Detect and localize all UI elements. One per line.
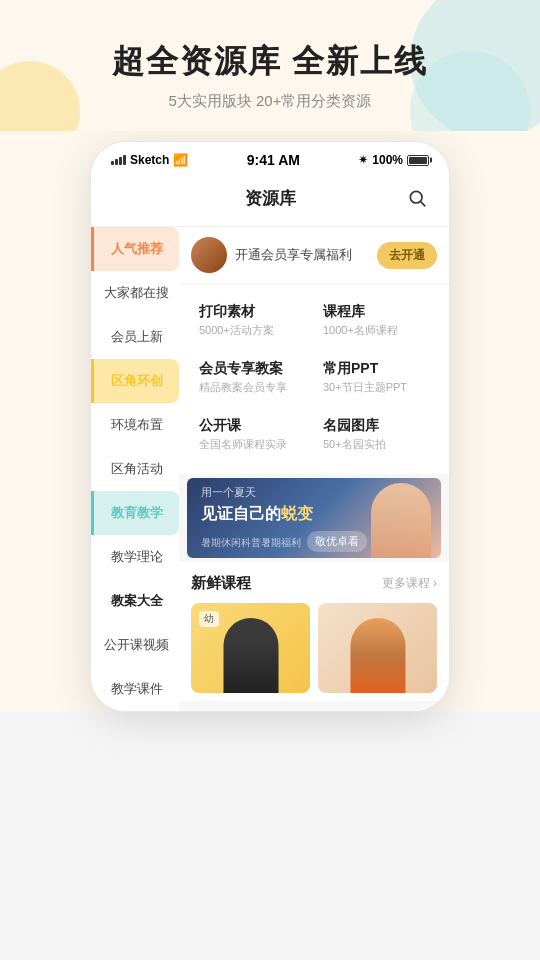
signal-bars	[111, 155, 126, 165]
promo-title: 超全资源库 全新上线	[20, 40, 520, 84]
banner-cta[interactable]: 敬优卓看	[307, 531, 367, 552]
signal-bar-4	[123, 155, 126, 165]
sidebar-item-activity[interactable]: 区角活动	[91, 447, 179, 491]
resource-name-lesson-plan: 会员专享教案	[199, 360, 305, 378]
phone-wrapper: Sketch 📶 9:41 AM ✴ 100% 资源库	[0, 131, 540, 712]
sidebar-item-trending[interactable]: 大家都在搜	[91, 271, 179, 315]
sidebar-label-open-class: 公开课视频	[104, 637, 169, 652]
signal-bar-3	[119, 157, 122, 165]
resource-desc-ppt: 30+节日主题PPT	[323, 380, 429, 395]
course-cards: 幼	[191, 603, 437, 693]
member-banner: 开通会员享专属福利 去开通	[179, 227, 449, 283]
sidebar-label-env: 环境布置	[111, 417, 163, 432]
sidebar-item-open-class[interactable]: 公开课视频	[91, 623, 179, 667]
search-button[interactable]	[401, 182, 433, 214]
course-person-1	[223, 618, 278, 693]
resource-desc-gallery: 50+名园实拍	[323, 437, 429, 452]
resource-name-print: 打印素材	[199, 303, 305, 321]
resource-item-lesson-plan[interactable]: 会员专享教案 精品教案会员专享	[191, 350, 313, 405]
banner-text-area: 用一个夏天 见证自己的蜕变 暑期休闲科普暑期福利 敬优卓看	[201, 485, 427, 552]
course-label-1: 幼	[199, 611, 219, 627]
battery-percent: 100%	[372, 153, 403, 167]
course-person-2	[350, 618, 405, 693]
svg-point-0	[410, 191, 422, 203]
sidebar-label-trending: 大家都在搜	[104, 285, 169, 300]
battery-fill	[409, 157, 427, 164]
wifi-icon: 📶	[173, 153, 188, 167]
resource-name-course-lib: 课程库	[323, 303, 429, 321]
sidebar-label-edu: 教育教学	[111, 505, 163, 520]
sidebar-item-courseware[interactable]: 教学课件	[91, 667, 179, 711]
bluetooth-icon: ✴	[358, 153, 368, 167]
activate-button[interactable]: 去开通	[377, 242, 437, 269]
app-title: 资源库	[139, 187, 401, 210]
svg-line-1	[421, 202, 426, 207]
banner-highlight: 蜕变	[281, 505, 313, 522]
battery-icon	[407, 155, 429, 166]
resource-name-gallery: 名园图库	[323, 417, 429, 435]
sidebar-item-theory[interactable]: 教学理论	[91, 535, 179, 579]
resource-name-ppt: 常用PPT	[323, 360, 429, 378]
signal-bar-1	[111, 161, 114, 165]
status-right: ✴ 100%	[358, 153, 429, 167]
sidebar-item-lesson[interactable]: 教案大全	[91, 579, 179, 623]
resource-item-print[interactable]: 打印素材 5000+活动方案	[191, 293, 313, 348]
avatar	[191, 237, 227, 273]
avatar-image	[191, 237, 227, 273]
status-left: Sketch 📶	[111, 153, 188, 167]
section-header: 新鲜课程 更多课程 ›	[191, 574, 437, 593]
resource-desc-print: 5000+活动方案	[199, 323, 305, 338]
time-display: 9:41 AM	[247, 152, 300, 168]
new-courses-section: 新鲜课程 更多课程 › 幼	[179, 562, 449, 701]
promo-banner[interactable]: 用一个夏天 见证自己的蜕变 暑期休闲科普暑期福利 敬优卓看	[187, 478, 441, 558]
sidebar-item-edu[interactable]: 教育教学	[91, 491, 179, 535]
resource-item-gallery[interactable]: 名园图库 50+名园实拍	[315, 407, 437, 462]
status-bar: Sketch 📶 9:41 AM ✴ 100%	[91, 142, 449, 174]
promo-subtitle: 5大实用版块 20+常用分类资源	[20, 92, 520, 111]
signal-bar-2	[115, 159, 118, 165]
resource-desc-lesson-plan: 精品教案会员专享	[199, 380, 305, 395]
resource-desc-open-course: 全国名师课程实录	[199, 437, 305, 452]
content-area: 开通会员享专属福利 去开通 打印素材 5000+活动方案 课程库 1000+名师…	[179, 227, 449, 711]
resource-item-course-lib[interactable]: 课程库 1000+名师课程	[315, 293, 437, 348]
sidebar-label-courseware: 教学课件	[111, 681, 163, 696]
member-text: 开通会员享专属福利	[235, 246, 369, 264]
sidebar-label-corner: 区角环创	[111, 373, 163, 388]
resource-item-open-course[interactable]: 公开课 全国名师课程实录	[191, 407, 313, 462]
sidebar-item-corner[interactable]: 区角环创	[91, 359, 179, 403]
sidebar-label-theory: 教学理论	[111, 549, 163, 564]
sidebar-item-env[interactable]: 环境布置	[91, 403, 179, 447]
more-courses-link[interactable]: 更多课程 ›	[382, 575, 437, 592]
sidebar-label-popular: 人气推荐	[111, 241, 163, 256]
app-header: 资源库	[91, 174, 449, 227]
main-content: 人气推荐 大家都在搜 会员上新 区角环创 环境布置 区角活动 教	[91, 227, 449, 711]
resource-desc-course-lib: 1000+名师课程	[323, 323, 429, 338]
resource-name-open-course: 公开课	[199, 417, 305, 435]
banner-tag: 用一个夏天	[201, 485, 427, 500]
sidebar-label-activity: 区角活动	[111, 461, 163, 476]
carrier-label: Sketch	[130, 153, 169, 167]
sidebar: 人气推荐 大家都在搜 会员上新 区角环创 环境布置 区角活动 教	[91, 227, 179, 711]
course-card-1[interactable]: 幼	[191, 603, 310, 693]
section-title: 新鲜课程	[191, 574, 251, 593]
promo-header: 超全资源库 全新上线 5大实用版块 20+常用分类资源	[0, 0, 540, 131]
sidebar-label-lesson: 教案大全	[111, 593, 163, 608]
banner-sub: 暑期休闲科普暑期福利	[201, 536, 301, 550]
banner-main-text: 见证自己的蜕变	[201, 504, 427, 525]
phone-mockup: Sketch 📶 9:41 AM ✴ 100% 资源库	[90, 141, 450, 712]
course-card-2[interactable]	[318, 603, 437, 693]
sidebar-item-popular[interactable]: 人气推荐	[91, 227, 179, 271]
sidebar-item-member-new[interactable]: 会员上新	[91, 315, 179, 359]
resource-item-ppt[interactable]: 常用PPT 30+节日主题PPT	[315, 350, 437, 405]
sidebar-label-member-new: 会员上新	[111, 329, 163, 344]
resource-grid: 打印素材 5000+活动方案 课程库 1000+名师课程 会员专享教案 精品教案…	[179, 285, 449, 474]
